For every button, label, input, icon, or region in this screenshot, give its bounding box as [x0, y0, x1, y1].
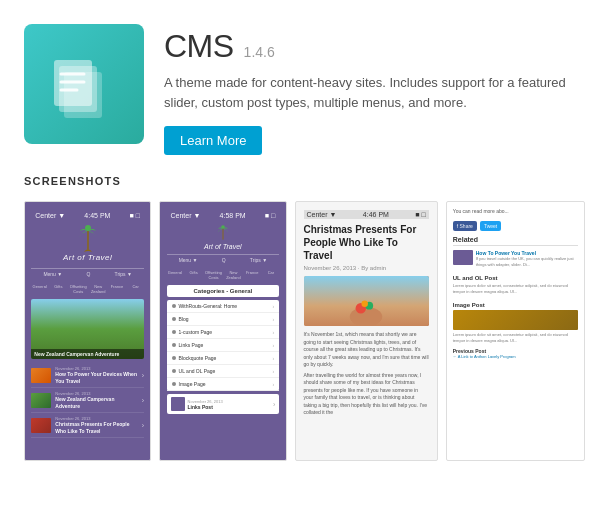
ss4-image-title: Image Post [453, 302, 578, 308]
plugin-info: CMS 1.4.6 A theme made for content-heavy… [164, 24, 585, 155]
ss1-item-text: November 26, 2013 New Zealand Campervan … [55, 391, 137, 409]
ss3-body-text-2: After travelling the world for almost th… [304, 372, 429, 417]
ss4-related-item: How To Power You Travel If you travel ou… [453, 250, 578, 268]
ss1-arrow: › [142, 422, 144, 429]
ss1-featured-image: New Zealand Campervan Adventure [31, 299, 144, 359]
ss1-nav-item: Q [86, 271, 90, 277]
ss4-image-text: Lorem ipsum dolor sit amet, consectetur … [453, 332, 578, 343]
ss2-cat-title: Categories - General [171, 288, 276, 294]
ss1-tab: New Zealand [90, 283, 107, 295]
ss2-tab: General [167, 269, 184, 281]
ss1-thumb [31, 368, 51, 383]
screenshot-2[interactable]: Center ▼ 4:58 PM ■ □ Art of Travel Menu … [159, 201, 286, 461]
svg-point-10 [350, 307, 383, 327]
ss1-thumb [31, 393, 51, 408]
ss2-item-label: Blockquote Page [179, 355, 270, 361]
ss2-menu: Menu ▼ [179, 257, 198, 263]
ss2-bullet [172, 356, 176, 360]
ss2-cat-item: WithRouts-General: Home › [167, 300, 280, 313]
screenshots-row: Center ▼ 4:45 PM ■ □ Art of Travel Menu … [24, 201, 585, 461]
ss2-tab: France [244, 269, 261, 281]
ss2-item-arrow: › [273, 303, 275, 309]
screenshots-section: SCREENSHOTS Center ▼ 4:45 PM ■ □ Art o [0, 175, 609, 481]
screenshots-title: SCREENSHOTS [24, 175, 585, 187]
ss4-related-desc: If you travel outside the UK, you can qu… [476, 256, 578, 267]
ss2-item-label: 1-custom Page [179, 329, 270, 335]
ss2-post-info: November 26, 2013 Links Post [188, 399, 270, 410]
ss2-cat-item: Image Page › [167, 378, 280, 391]
ss2-cat-item: UL and OL Page › [167, 365, 280, 378]
ss2-trips: Trips ▼ [250, 257, 267, 263]
ss2-tab: Gifts [185, 269, 202, 281]
ss3-battery: ■ □ [415, 211, 425, 218]
plugin-title-row: CMS 1.4.6 [164, 28, 585, 65]
ss1-logo: Art of Travel [63, 223, 112, 262]
ss2-tab: Car [263, 269, 280, 281]
ss4-previous-link: ← A Link to Anthon Lavely Program [453, 354, 578, 359]
list-item: November 26, 2013 How To Power Your Devi… [31, 363, 144, 388]
ss1-tabs: General Gifts Offsetting Costs New Zeala… [31, 283, 144, 295]
ss2-status-bar: Center ▼ 4:58 PM ■ □ [167, 212, 280, 219]
plugin-icon [24, 24, 144, 144]
ss1-item-text: November 26, 2013 Christmas Presents For… [55, 416, 137, 434]
plugin-name: CMS [164, 28, 234, 65]
ss2-post-thumb [171, 397, 185, 411]
ss1-tab: Gifts [50, 283, 67, 295]
ss2-cat-item: Blog › [167, 313, 280, 326]
ss4-related-thumb [453, 250, 473, 265]
ss2-carrier: Center ▼ [171, 212, 201, 219]
ss3-article-meta: November 26, 2013 · By admin [304, 265, 429, 271]
ss4-ul-ol-text: Lorem ipsum dolor sit amet, consectetur … [453, 283, 578, 294]
ss1-arrow: › [142, 372, 144, 379]
ss2-item-arrow: › [273, 368, 275, 374]
ss3-body-text: It's November 1st, which means that shor… [304, 331, 429, 369]
ss2-item-label: Image Page [179, 381, 270, 387]
learn-more-button[interactable]: Learn More [164, 126, 262, 155]
ss4-share-button[interactable]: f Share [453, 221, 477, 231]
ss1-title: How To Power Your Devices When You Trave… [55, 371, 137, 384]
screenshot-3[interactable]: Center ▼ 4:46 PM ■ □ Christmas Presents … [295, 201, 438, 461]
ss2-tab: Offsetting Costs [204, 269, 223, 281]
ss1-item-text: November 26, 2013 How To Power Your Devi… [55, 366, 137, 384]
ss1-thumb [31, 418, 51, 433]
ss1-nav: Menu ▼ Q Trips ▼ [31, 268, 144, 279]
ss1-time: 4:45 PM [84, 212, 110, 219]
ss1-title: New Zealand Campervan Adventure [55, 396, 137, 409]
ss2-bullet [172, 343, 176, 347]
ss4-intro-text: You can read more abo... [453, 208, 578, 216]
cms-icon-svg [44, 44, 124, 124]
ss2-time: 4:58 PM [220, 212, 246, 219]
ss4-related-title: Related [453, 236, 578, 246]
ss2-item-arrow: › [273, 381, 275, 387]
screenshot-1[interactable]: Center ▼ 4:45 PM ■ □ Art of Travel Menu … [24, 201, 151, 461]
ss3-carrier: Center ▼ [307, 211, 337, 218]
ss1-nav-item: Menu ▼ [43, 271, 62, 277]
screenshot-4[interactable]: You can read more abo... f Share Tweet R… [446, 201, 585, 461]
list-item: November 26, 2013 Christmas Presents For… [31, 413, 144, 438]
ss1-tab: France [109, 283, 126, 295]
ss2-post-arrow: › [273, 401, 275, 408]
ss2-item-label: Blog [179, 316, 270, 322]
ss2-item-arrow: › [273, 316, 275, 322]
ss2-links-post: November 26, 2013 Links Post › [167, 394, 280, 414]
palm-tree-icon [73, 223, 103, 253]
ss1-logo-text: Art of Travel [63, 253, 112, 262]
ss1-nav-item: Trips ▼ [115, 271, 132, 277]
ss2-post-title: Links Post [188, 404, 270, 410]
ss2-tab: New Zealand [225, 269, 242, 281]
ss1-overlay-caption: New Zealand Campervan Adventure [31, 349, 144, 359]
ss2-bullet [172, 304, 176, 308]
ss2-cat-item: Links Page › [167, 339, 280, 352]
ss2-item-label: Links Page [179, 342, 270, 348]
ss4-tweet-button[interactable]: Tweet [480, 221, 501, 231]
ss2-cat-item: Blockquote Page › [167, 352, 280, 365]
ss2-item-arrow: › [273, 329, 275, 335]
ss2-category-list: WithRouts-General: Home › Blog › 1-custo… [167, 300, 280, 391]
ss1-tab: General [31, 283, 48, 295]
ss1-article-list: November 26, 2013 How To Power Your Devi… [31, 363, 144, 438]
ss2-battery: ■ □ [265, 212, 275, 219]
hands-svg [332, 294, 401, 327]
ss3-status-bar: Center ▼ 4:46 PM ■ □ [304, 210, 429, 219]
ss1-battery: ■ □ [130, 212, 140, 219]
ss2-header: Categories - General [167, 285, 280, 297]
